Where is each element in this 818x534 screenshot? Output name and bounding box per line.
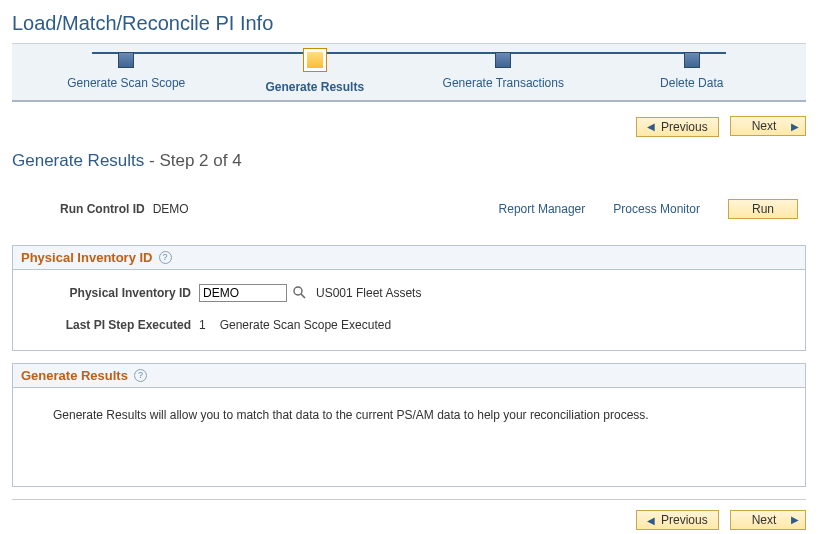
generate-results-description: Generate Results will allow you to match… bbox=[53, 408, 789, 422]
help-icon[interactable]: ? bbox=[159, 251, 172, 264]
panel-title: Generate Results bbox=[21, 368, 128, 383]
chevron-right-icon: ▶ bbox=[791, 121, 799, 132]
step-title: Generate Results - Step 2 of 4 bbox=[12, 151, 806, 171]
lookup-icon[interactable] bbox=[293, 286, 306, 302]
process-monitor-link[interactable]: Process Monitor bbox=[613, 202, 700, 216]
train-box-icon bbox=[684, 52, 700, 68]
step-title-main: Generate Results bbox=[12, 151, 144, 170]
last-pi-step-number: 1 bbox=[199, 318, 206, 332]
step-title-suffix: - Step 2 of 4 bbox=[144, 151, 241, 170]
train-stop-generate-transactions[interactable]: Generate Transactions bbox=[409, 52, 598, 94]
physical-inventory-id-input[interactable] bbox=[199, 284, 287, 302]
button-label: Previous bbox=[661, 120, 708, 134]
train-label: Delete Data bbox=[660, 76, 723, 90]
physical-inventory-id-label: Physical Inventory ID bbox=[29, 286, 199, 300]
train-box-icon bbox=[118, 52, 134, 68]
nav-row-bottom: ◀ Previous Next ▶ bbox=[12, 499, 806, 535]
next-button[interactable]: Next ▶ bbox=[730, 116, 806, 136]
train-stop-generate-scan-scope[interactable]: Generate Scan Scope bbox=[32, 52, 221, 94]
button-label: Next bbox=[752, 513, 777, 527]
run-control-row: Run Control ID DEMO Report Manager Proce… bbox=[12, 199, 806, 219]
train-label: Generate Transactions bbox=[443, 76, 564, 90]
generate-results-panel: Generate Results ? Generate Results will… bbox=[12, 363, 806, 487]
next-button[interactable]: Next ▶ bbox=[730, 510, 806, 530]
svg-point-0 bbox=[294, 287, 302, 295]
train-box-icon bbox=[495, 52, 511, 68]
nav-row-top: ◀ Previous Next ▶ bbox=[12, 116, 806, 141]
report-manager-link[interactable]: Report Manager bbox=[499, 202, 586, 216]
train-stop-bar: Generate Scan Scope Generate Results Gen… bbox=[12, 43, 806, 102]
train-box-icon bbox=[303, 48, 327, 72]
panel-header: Generate Results ? bbox=[13, 364, 805, 388]
button-label: Previous bbox=[661, 513, 708, 527]
button-label: Next bbox=[752, 119, 777, 133]
run-control-value: DEMO bbox=[153, 202, 189, 216]
run-button[interactable]: Run bbox=[728, 199, 798, 219]
svg-line-1 bbox=[301, 294, 305, 298]
page-title: Load/Match/Reconcile PI Info bbox=[12, 12, 806, 35]
run-control-label: Run Control ID bbox=[60, 202, 145, 216]
previous-button[interactable]: ◀ Previous bbox=[636, 117, 719, 137]
help-icon[interactable]: ? bbox=[134, 369, 147, 382]
train-label: Generate Results bbox=[265, 80, 364, 94]
physical-inventory-panel: Physical Inventory ID ? Physical Invento… bbox=[12, 245, 806, 351]
panel-header: Physical Inventory ID ? bbox=[13, 246, 805, 270]
panel-title: Physical Inventory ID bbox=[21, 250, 153, 265]
chevron-left-icon: ◀ bbox=[647, 121, 655, 132]
chevron-right-icon: ▶ bbox=[791, 514, 799, 525]
last-pi-step-text: Generate Scan Scope Executed bbox=[220, 318, 391, 332]
last-pi-step-label: Last PI Step Executed bbox=[29, 318, 199, 332]
chevron-left-icon: ◀ bbox=[647, 515, 655, 526]
train-stop-generate-results[interactable]: Generate Results bbox=[221, 52, 410, 94]
train-label: Generate Scan Scope bbox=[67, 76, 185, 90]
train-stop-delete-data[interactable]: Delete Data bbox=[598, 52, 787, 94]
previous-button[interactable]: ◀ Previous bbox=[636, 510, 719, 530]
physical-inventory-description: US001 Fleet Assets bbox=[316, 286, 421, 300]
